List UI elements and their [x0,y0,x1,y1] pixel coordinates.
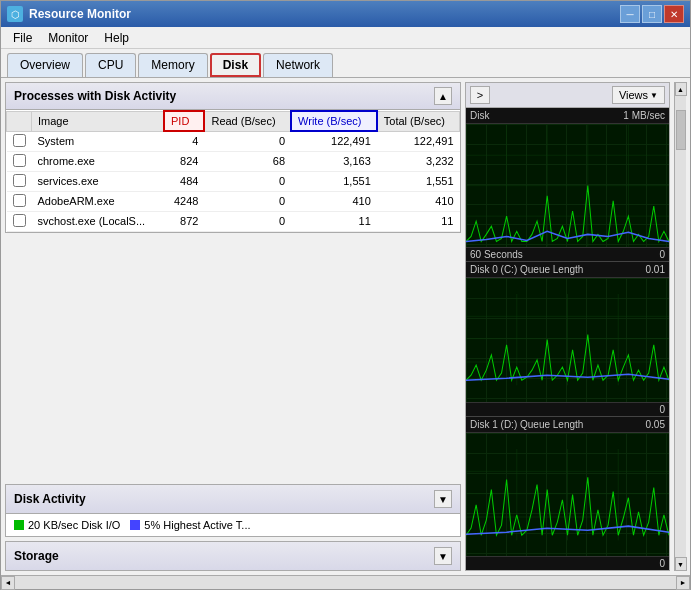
cell-pid-0: 4 [164,131,204,151]
chart-disk1-footer: 0 [466,556,669,570]
cell-write-0: 122,491 [291,131,377,151]
disk-activity-collapse-btn[interactable]: ▼ [434,490,452,508]
green-legend-icon [14,520,24,530]
cell-write-2: 1,551 [291,171,377,191]
cell-write-3: 410 [291,191,377,211]
chart-disk0-scale: 0.01 [646,264,665,275]
tab-memory[interactable]: Memory [138,53,207,77]
storage-section: Storage ▼ [5,541,461,571]
cell-write-4: 11 [291,211,377,231]
cell-total-2: 1,551 [377,171,460,191]
legend-blue: 5% Highest Active T... [130,519,250,531]
tab-overview[interactable]: Overview [7,53,83,77]
col-write[interactable]: Write (B/sec) [291,111,377,131]
scroll-thumb[interactable] [676,110,686,150]
chart-disk1-label-bar: Disk 1 (D:) Queue Length 0.05 [466,417,669,433]
processes-collapse-btn[interactable]: ▲ [434,87,452,105]
menu-file[interactable]: File [5,29,40,46]
cell-image-4: svchost.exe (LocalS... [32,211,165,231]
chart-disk-svg [466,124,669,247]
main-window: ⬡ Resource Monitor ─ □ ✕ File Monitor He… [0,0,691,590]
views-chevron-icon: ▼ [650,91,658,100]
menu-monitor[interactable]: Monitor [40,29,96,46]
horizontal-scrollbar: ◄ ► [1,575,690,589]
title-bar-left: ⬡ Resource Monitor [7,6,131,22]
row-checkbox-1[interactable] [13,154,26,167]
scroll-track [676,96,686,557]
title-bar: ⬡ Resource Monitor ─ □ ✕ [1,1,690,27]
chart-disk1-scale: 0.05 [646,419,665,430]
h-scroll-track [15,577,676,589]
col-read[interactable]: Read (B/sec) [204,111,291,131]
table-row: services.exe 484 0 1,551 1,551 [7,171,460,191]
chart-disk-canvas [466,124,669,247]
right-panel-header: > Views ▼ [466,83,669,108]
col-image[interactable]: Image [32,111,165,131]
cell-write-1: 3,163 [291,151,377,171]
row-checkbox-2[interactable] [13,174,26,187]
menu-help[interactable]: Help [96,29,137,46]
table-row: AdobeARM.exe 4248 0 410 410 [7,191,460,211]
app-icon: ⬡ [7,6,23,22]
row-checkbox-4[interactable] [13,214,26,227]
window-controls: ─ □ ✕ [620,5,684,23]
disk-activity-header[interactable]: Disk Activity ▼ [6,485,460,514]
scroll-left-arrow[interactable]: ◄ [1,576,15,590]
chart-disk1-svg [466,433,669,556]
chart-disk0-label: Disk 0 (C:) Queue Length [470,264,583,275]
expand-button[interactable]: > [470,86,490,104]
cell-read-3: 0 [204,191,291,211]
chart-disk0-footer: 0 [466,402,669,416]
disk-activity-section: Disk Activity ▼ 20 KB/sec Disk I/O 5% Hi… [5,484,461,537]
vertical-scrollbar: ▲ ▼ [674,82,686,571]
scroll-down-arrow[interactable]: ▼ [675,557,687,571]
chart-disk-footer-left: 60 Seconds [470,249,523,260]
tab-disk[interactable]: Disk [210,53,261,77]
chart-disk0-footer-right: 0 [659,404,665,415]
table-row: chrome.exe 824 68 3,163 3,232 [7,151,460,171]
outer-container: Processes with Disk Activity ▲ Image PID… [1,78,690,575]
chart-disk1: Disk 1 (D:) Queue Length 0.05 [466,417,669,570]
scroll-up-arrow[interactable]: ▲ [675,82,687,96]
chart-disk0: Disk 0 (C:) Queue Length 0.01 [466,262,669,415]
cell-pid-4: 872 [164,211,204,231]
cell-pid-1: 824 [164,151,204,171]
chart-disk1-label: Disk 1 (D:) Queue Length [470,419,583,430]
chart-disk0-svg [466,278,669,401]
processes-section-header[interactable]: Processes with Disk Activity ▲ [6,83,460,110]
table-row: svchost.exe (LocalS... 872 0 11 11 [7,211,460,231]
storage-collapse-btn[interactable]: ▼ [434,547,452,565]
maximize-button[interactable]: □ [642,5,662,23]
cell-read-1: 68 [204,151,291,171]
right-panel: > Views ▼ Disk 1 MB/sec [465,82,670,571]
chart-disk: Disk 1 MB/sec [466,108,669,261]
chart-disk-footer-right: 0 [659,249,665,260]
scroll-right-arrow[interactable]: ► [676,576,690,590]
tab-cpu[interactable]: CPU [85,53,136,77]
disk-activity-title: Disk Activity [14,492,86,506]
chart-disk-footer: 60 Seconds 0 [466,247,669,261]
processes-table: Image PID Read (B/sec) Write (B/sec) Tot… [6,110,460,232]
cell-total-3: 410 [377,191,460,211]
left-panel: Processes with Disk Activity ▲ Image PID… [5,82,461,571]
cell-total-4: 11 [377,211,460,231]
cell-image-3: AdobeARM.exe [32,191,165,211]
tabs-bar: Overview CPU Memory Disk Network [1,49,690,78]
chart-disk1-footer-right: 0 [659,558,665,569]
minimize-button[interactable]: ─ [620,5,640,23]
processes-section: Processes with Disk Activity ▲ Image PID… [5,82,461,233]
close-button[interactable]: ✕ [664,5,684,23]
cell-read-2: 0 [204,171,291,191]
row-checkbox-3[interactable] [13,194,26,207]
views-container: Views ▼ [612,86,665,104]
tab-network[interactable]: Network [263,53,333,77]
row-checkbox-0[interactable] [13,134,26,147]
col-total[interactable]: Total (B/sec) [377,111,460,131]
col-pid[interactable]: PID [164,111,204,131]
main-content: Processes with Disk Activity ▲ Image PID… [1,78,690,575]
views-label: Views [619,89,648,101]
views-button[interactable]: Views ▼ [612,86,665,104]
chart-disk-label: Disk [470,110,489,121]
chart-disk-scale: 1 MB/sec [623,110,665,121]
storage-header[interactable]: Storage ▼ [6,542,460,570]
